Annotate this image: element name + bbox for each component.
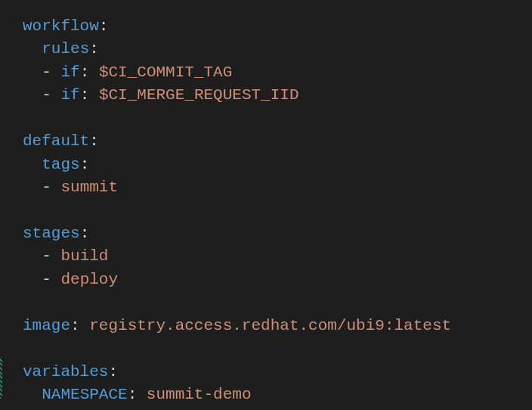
yaml-key-stages: stages [23, 225, 80, 242]
yaml-key-variables: variables [23, 363, 108, 380]
code-line: NAMESPACE: summit-demo [23, 384, 509, 406]
indent [23, 247, 42, 265]
yaml-key-default: default [23, 132, 89, 150]
yaml-value: deploy [60, 271, 118, 288]
code-line: - if: $CI_MERGE_REQUEST_IID [23, 84, 509, 107]
yaml-value: $CI_MERGE_REQUEST_IID [99, 86, 299, 104]
colon: : [70, 317, 89, 334]
indent [23, 64, 42, 81]
colon: : [99, 17, 109, 35]
blank-line [23, 107, 509, 130]
dash: - [42, 179, 60, 196]
colon: : [128, 386, 147, 403]
yaml-key-if: if [60, 64, 79, 81]
code-line: workflow: [23, 15, 509, 38]
yaml-key-image: image [23, 317, 70, 334]
yaml-key-namespace: NAMESPACE [42, 386, 127, 403]
colon: : [108, 363, 118, 380]
blank-line [23, 200, 509, 222]
code-line: variables: [23, 361, 509, 384]
indent [23, 386, 42, 403]
yaml-key-rules: rules [42, 40, 89, 57]
indent [23, 179, 42, 196]
dash: - [42, 64, 60, 81]
code-editor-content[interactable]: workflow: rules: - if: $CI_COMMIT_TAG - … [23, 15, 509, 406]
colon: : [80, 156, 90, 173]
indent [23, 271, 42, 288]
code-line: stages: [23, 222, 509, 245]
indent [23, 86, 42, 104]
code-line: - if: $CI_COMMIT_TAG [23, 61, 509, 84]
code-line: image: registry.access.redhat.com/ubi9:l… [23, 315, 509, 337]
colon: : [80, 64, 99, 81]
gutter-change-marker [0, 357, 2, 399]
indent [23, 156, 42, 173]
colon: : [80, 225, 90, 242]
yaml-value: summit [60, 179, 118, 196]
yaml-value: registry.access.redhat.com/ubi9:latest [89, 317, 451, 334]
yaml-value: build [60, 247, 108, 265]
code-line: - summit [23, 176, 509, 199]
code-line: tags: [23, 154, 509, 176]
blank-line [23, 291, 509, 314]
code-line: rules: [23, 38, 509, 61]
dash: - [42, 86, 60, 104]
dash: - [42, 247, 60, 265]
code-line: - deploy [23, 269, 509, 291]
yaml-value: $CI_COMMIT_TAG [99, 64, 232, 81]
blank-line [23, 337, 509, 360]
yaml-key-workflow: workflow [23, 17, 99, 35]
code-line: - build [23, 245, 509, 268]
colon: : [80, 86, 99, 104]
yaml-value: summit-demo [147, 386, 252, 403]
colon: : [89, 40, 99, 57]
colon: : [89, 132, 99, 150]
yaml-key-if: if [60, 86, 79, 104]
yaml-key-tags: tags [42, 156, 79, 173]
code-line: default: [23, 130, 509, 153]
dash: - [42, 271, 60, 288]
indent [23, 40, 42, 57]
